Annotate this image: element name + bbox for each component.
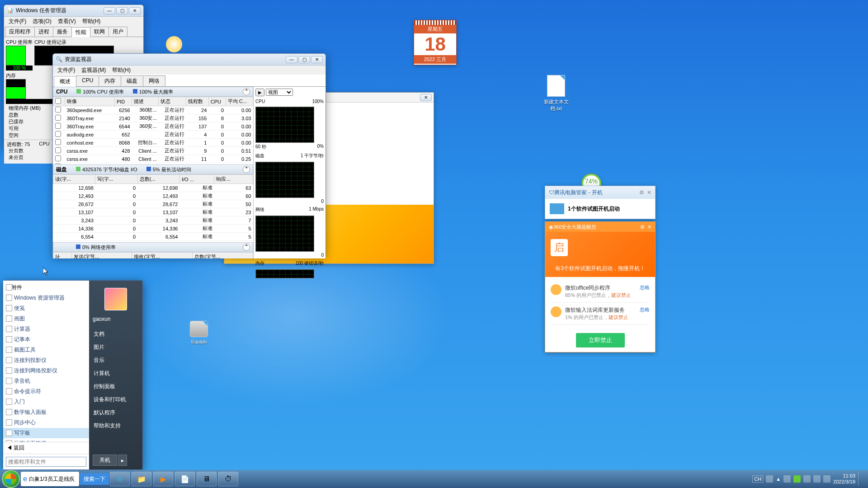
resmon-net-col[interactable]: 总数(字节... xyxy=(193,253,253,259)
resmon-disk-col[interactable]: 响应... xyxy=(214,175,253,184)
resmon-disk-header[interactable]: 磁盘 4325376 字节/秒磁盘 I/O 5% 最长活动时间 ⌃ xyxy=(53,164,253,174)
resmon-row-check[interactable] xyxy=(55,139,61,145)
tray-ime-icon[interactable] xyxy=(766,475,773,483)
resmon-net-col[interactable]: 接收(字节... xyxy=(132,253,193,259)
360-settings-icon[interactable]: ⚙ xyxy=(640,224,645,230)
resmon-menu-monitor[interactable]: 监视器(M) xyxy=(79,66,108,75)
resmon-cpu-row[interactable]: audiodg.exe652正在运行400.00 xyxy=(53,131,253,139)
start-program-item[interactable]: 数学输入面板 xyxy=(3,407,89,418)
taskbar-taskmgr[interactable]: 🖥 xyxy=(197,472,217,486)
start-shutdown-menu[interactable]: ▸ xyxy=(118,455,127,466)
taskbar-ie-pinned[interactable]: e xyxy=(21,472,79,486)
taskbar-ie[interactable]: e xyxy=(110,472,130,486)
taskmgr-menu-file[interactable]: 文件(F) xyxy=(6,17,29,26)
resmon-disk-row[interactable]: 12,493012,493标准60 xyxy=(53,192,253,200)
taskmgr-titlebar[interactable]: 📊 Windows 任务管理器 — ▢ ✕ xyxy=(4,5,143,17)
taskmgr-tab-apps[interactable]: 应用程序 xyxy=(5,27,35,37)
resmon-close[interactable]: ✕ xyxy=(311,56,323,63)
resmon-titlebar[interactable]: 🔍 资源监视器 — ▢ ✕ xyxy=(53,54,326,66)
taskbar-search-input[interactable] xyxy=(27,473,77,485)
resmon-cpu-row[interactable]: 360Tray.exe6544360安...正在运行13700.00 xyxy=(53,122,253,131)
taskmgr-close[interactable]: ✕ xyxy=(129,7,141,14)
resmon-tab-overview[interactable]: 概述 xyxy=(54,76,76,87)
resmon-net-collapse[interactable]: ⌃ xyxy=(243,244,250,251)
resmon-row-check[interactable] xyxy=(55,115,61,121)
resmon-menu-file[interactable]: 文件(F) xyxy=(55,66,78,75)
resmon-cpu-col[interactable]: PID xyxy=(114,97,132,106)
resmon-view-select[interactable]: 视图 xyxy=(266,89,293,96)
resmon-disk-col[interactable]: 读(字... xyxy=(53,175,95,184)
resmon-disk-row[interactable]: 13,107013,107标准23 xyxy=(53,208,253,216)
start-program-item[interactable]: 连接到网络投影仪 xyxy=(3,366,89,376)
resmon-tab-cpu[interactable]: CPU xyxy=(76,75,99,86)
taskmgr-tab-users[interactable]: 用户 xyxy=(108,27,127,37)
resmon-cpu-collapse[interactable]: ⌃ xyxy=(243,88,250,95)
start-button[interactable] xyxy=(2,470,20,488)
resmon-cpu-col[interactable]: 描述 xyxy=(132,97,159,106)
calendar-gadget[interactable]: 星期五 18 2022 三月 xyxy=(414,20,457,65)
start-program-item[interactable]: 同步中心 xyxy=(3,418,89,428)
resmon-tab-mem[interactable]: 内存 xyxy=(99,75,121,86)
resmon-min[interactable]: — xyxy=(286,56,297,63)
start-right-link[interactable]: 帮助和支持 xyxy=(93,419,139,432)
start-program-item[interactable]: 记事本 xyxy=(3,334,89,345)
resmon-cpu-row[interactable]: 360Tray.exe2140360安...正在运行15583.03 xyxy=(53,114,253,122)
resmon-cpu-checkall[interactable] xyxy=(55,98,61,104)
taskmgr-tab-svcs[interactable]: 服务 xyxy=(53,27,72,37)
resmon-net-header[interactable]: 网络 0% 网络使用率 ⌃ xyxy=(53,242,253,252)
desktop-icon-textfile[interactable]: 新建文本文档.txt xyxy=(538,75,574,112)
show-desktop[interactable] xyxy=(858,472,863,486)
resmon-cpu-row[interactable]: csrss.exe480Client ...正在运行1100.25 xyxy=(53,155,253,163)
tray-battery-icon[interactable] xyxy=(803,475,811,483)
resmon-disk-row[interactable]: 14,336014,336标准5 xyxy=(53,225,253,233)
taskbar-app1[interactable]: 📄 xyxy=(175,472,195,486)
resmon-view-expand[interactable]: ▶ xyxy=(255,89,264,96)
start-user-avatar[interactable] xyxy=(104,288,127,310)
start-program-item[interactable]: 截图工具 xyxy=(3,345,89,355)
resmon-row-check[interactable] xyxy=(55,123,61,129)
resmon-max[interactable]: ▢ xyxy=(298,56,310,63)
start-folder-header[interactable]: 附件 xyxy=(3,282,89,293)
resmon-cpu-col[interactable]: 映像 xyxy=(65,97,114,106)
taskbar-wmp[interactable]: ▶ xyxy=(153,472,173,486)
start-back[interactable]: ◀ 返回 xyxy=(3,442,89,454)
tencent-settings-icon[interactable]: ⚙ xyxy=(639,189,644,196)
taskmgr-menu-options[interactable]: 选项(O) xyxy=(30,17,54,26)
360-action-button[interactable]: 立即禁止 xyxy=(576,333,625,347)
desktop-icon-equipo[interactable]: Equipo xyxy=(181,321,217,344)
resmon-net-col[interactable]: 发送(字节... xyxy=(71,253,132,259)
taskmgr-menu-help[interactable]: 帮助(H) xyxy=(80,17,104,26)
resmon-cpu-col[interactable]: 线程数 xyxy=(186,97,208,106)
taskmgr-min[interactable]: — xyxy=(104,7,115,14)
start-program-item[interactable]: 画图 xyxy=(3,314,89,324)
resmon-cpu-row[interactable]: conhost.exe8068控制台...正在运行100.00 xyxy=(53,139,253,147)
taskbar-search-button[interactable]: 搜索一下 xyxy=(80,473,109,485)
resmon-disk-collapse[interactable]: ⌃ xyxy=(243,166,250,173)
start-program-item[interactable]: 连接到投影仪 xyxy=(3,355,89,366)
start-search-input[interactable] xyxy=(6,457,86,467)
resmon-tab-disk[interactable]: 磁盘 xyxy=(121,75,143,86)
tray-flag-icon[interactable] xyxy=(783,475,791,483)
resmon-cpu-row[interactable]: 360speedld.exe6256360软...正在运行2400.00 xyxy=(53,106,253,114)
start-program-item[interactable]: 便笺 xyxy=(3,303,89,314)
resmon-net-col[interactable]: 址 xyxy=(53,253,72,259)
resmon-disk-row[interactable]: 6,55406,554标准5 xyxy=(53,233,253,241)
start-program-item[interactable]: 远程桌面连接 xyxy=(3,438,89,442)
resmon-disk-row[interactable]: 3,24303,243标准7 xyxy=(53,216,253,225)
resmon-row-check[interactable] xyxy=(55,155,61,161)
resmon-cpu-row[interactable]: csrss.exe428Client ...正在运行900.51 xyxy=(53,147,253,155)
start-right-link[interactable]: 文档 xyxy=(93,328,139,341)
tray-network-icon[interactable] xyxy=(813,475,821,483)
start-right-link[interactable]: 音乐 xyxy=(93,354,139,367)
360-item-ignore[interactable]: 忽略 xyxy=(640,306,650,313)
360-item-ignore[interactable]: 忽略 xyxy=(640,284,650,291)
start-program-item[interactable]: 计算器 xyxy=(3,324,89,334)
taskbar-explorer[interactable]: 📁 xyxy=(132,472,151,486)
start-right-link[interactable]: 图片 xyxy=(93,341,139,354)
start-right-link[interactable]: 控制面板 xyxy=(93,380,139,393)
resmon-cpu-col[interactable]: 状态 xyxy=(159,97,186,106)
start-program-item[interactable]: 入门 xyxy=(3,397,89,407)
resmon-tab-net[interactable]: 网络 xyxy=(143,75,165,86)
start-right-link[interactable]: 设备和打印机 xyxy=(93,393,139,406)
taskmgr-tab-perf[interactable]: 性能 xyxy=(71,27,90,37)
